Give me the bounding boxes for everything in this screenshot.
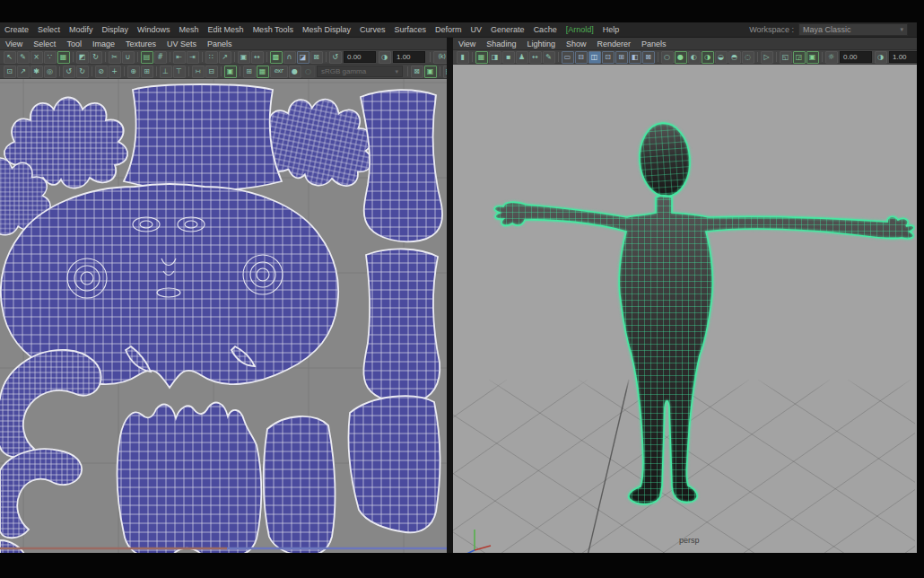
sew-uv-edge-icon[interactable]: ∪ [122, 51, 135, 64]
snap-uv-bottom-icon[interactable]: ⊥ [160, 66, 172, 78]
absolute-entry-toggle-icon[interactable]: (k) [433, 51, 448, 64]
menu-image[interactable]: Image [87, 39, 120, 48]
image-range-icon[interactable]: exr [270, 66, 288, 78]
clear-image-icon[interactable]: ⊠ [411, 66, 423, 78]
layout-single-pane-icon[interactable]: ▭ [562, 51, 574, 64]
menu-panels[interactable]: Panels [202, 39, 238, 48]
viewport-canvas[interactable]: persp [453, 65, 917, 553]
xray-display-icon[interactable]: ◱ [780, 51, 792, 64]
uv-view-transform-dropdown[interactable]: sRGB gamma▾ [317, 66, 403, 77]
menu-mesh-tools[interactable]: Mesh Tools [248, 25, 298, 34]
rotate-step-field[interactable]: 0.00 [344, 51, 376, 63]
menu-textures[interactable]: Textures [120, 39, 161, 48]
3d-cut-sew-tool-icon[interactable]: ⊠ [310, 51, 323, 64]
menu-view[interactable]: View [0, 39, 28, 48]
layout-uvs-icon[interactable]: ▤ [141, 51, 153, 64]
grab-uv-tool-icon[interactable]: ∵ [44, 51, 57, 64]
pin-uvs-icon[interactable]: ⊘ [95, 66, 108, 78]
menu-panels[interactable]: Panels [636, 39, 672, 48]
menu-create[interactable]: Create [0, 25, 33, 34]
cut-uv-edge-icon[interactable]: ✂ [109, 51, 121, 64]
zoom-to-selected-icon[interactable]: ◎ [44, 66, 57, 78]
undo-view-change-icon[interactable]: ↺ [63, 66, 75, 78]
menu-generate[interactable]: Generate [486, 25, 529, 34]
menu-view[interactable]: View [453, 39, 481, 48]
anti-aliasing-toggle-icon[interactable]: ◌ [742, 51, 754, 64]
normalize-uvs-icon[interactable]: ▩ [270, 51, 283, 64]
display-checker-map-icon[interactable]: ⊞ [243, 66, 256, 78]
rotate-uvs-icon[interactable]: ↻ [90, 51, 102, 64]
menu-edit-mesh[interactable]: Edit Mesh [204, 25, 248, 34]
menu-renderer[interactable]: Renderer [591, 39, 636, 48]
uv-distortion-toggle-icon[interactable]: ⊡ [4, 66, 16, 78]
menu-uv[interactable]: UV [466, 25, 487, 34]
snap-uv-top-icon[interactable]: ⊤ [173, 66, 186, 78]
isolate-select-icon[interactable]: ▷ [761, 51, 773, 64]
copy-uvs-icon[interactable]: ⊕ [127, 66, 140, 78]
uv-canvas[interactable] [0, 79, 447, 553]
two-d-pan-zoom-icon[interactable]: ↔ [529, 51, 542, 64]
update-psd-image-icon[interactable]: ▣ [424, 66, 437, 78]
layout-four-view-icon[interactable]: ⊞ [615, 51, 628, 64]
optimize-uvs-icon[interactable]: ◪ [297, 51, 309, 64]
rotate-step-icon-icon[interactable]: ↺ [329, 51, 342, 64]
wireframe-on-shaded-icon[interactable]: ▣ [806, 51, 819, 64]
menu-show[interactable]: Show [561, 39, 592, 48]
bookmarks-icon[interactable]: ▪ [502, 51, 515, 64]
filtered-image-toggle-icon[interactable]: ● [289, 66, 301, 78]
layout-outliner-persp-icon[interactable]: ◧ [629, 51, 641, 64]
workspace-select[interactable]: Maya Classic ▾ [798, 23, 908, 36]
menu-windows[interactable]: Windows [133, 25, 175, 34]
menu-deform[interactable]: Deform [431, 25, 466, 34]
redo-view-change-icon[interactable]: ↻ [76, 66, 89, 78]
panel-divider[interactable] [447, 38, 453, 553]
select-camera-icon[interactable]: ▮ [457, 51, 469, 64]
exposure-field[interactable]: 0.00 [840, 51, 872, 63]
menu-modify[interactable]: Modify [65, 25, 98, 34]
uv-snapshot-icon[interactable]: ▣ [224, 66, 237, 78]
flip-uvs-icon[interactable]: ◩ [76, 51, 89, 64]
menu-lighting[interactable]: Lighting [521, 39, 561, 48]
menu-shading[interactable]: Shading [481, 39, 521, 48]
use-all-lights-icon[interactable]: ◑ [702, 51, 714, 64]
menu-uv-sets[interactable]: UV Sets [161, 39, 202, 48]
menu-tool[interactable]: Tool [61, 39, 87, 48]
lattice-uv-tool-icon[interactable]: ↖ [4, 51, 16, 64]
menu-mesh[interactable]: Mesh [175, 25, 204, 34]
camera-attributes-icon[interactable]: ◨ [489, 51, 501, 64]
xray-joints-icon[interactable]: ◲ [793, 51, 806, 64]
align-uv-min-icon[interactable]: ⇤ [173, 51, 186, 64]
pixel-snap-toggle-icon[interactable]: ∺ [192, 66, 205, 78]
ambient-occlusion-toggle-icon[interactable]: ◓ [728, 51, 741, 64]
menu-curves[interactable]: Curves [355, 25, 390, 34]
snap-to-grid-icon[interactable]: # [154, 51, 167, 64]
scale-step-icon-icon[interactable]: ◑ [379, 51, 391, 64]
uv-transform-tool-icon[interactable]: ▦ [57, 51, 70, 64]
unstack-shells-icon[interactable]: ↔ [251, 51, 264, 64]
tile-outline-toggle-icon[interactable]: ⊟ [205, 66, 218, 78]
gamma-field[interactable]: 1.00 [889, 51, 917, 63]
textured-display-icon[interactable]: ◐ [688, 51, 701, 64]
layout-two-side-by-side-icon[interactable]: ◫ [588, 51, 601, 64]
scale-step-field[interactable]: 1.00 [393, 51, 425, 63]
layout-two-stacked-icon[interactable]: ⊟ [575, 51, 588, 64]
orient-shells-icon[interactable]: ↗ [219, 51, 231, 64]
texture-borders-toggle-icon[interactable]: ↗ [17, 66, 30, 78]
shadows-toggle-icon[interactable]: ◒ [715, 51, 728, 64]
shade-uvs-toggle-icon[interactable]: ✱ [31, 66, 43, 78]
menu-display[interactable]: Display [98, 25, 134, 34]
character-mesh[interactable] [494, 121, 914, 504]
paste-uvs-icon[interactable]: ⊞ [141, 66, 153, 78]
menu-mesh-display[interactable]: Mesh Display [298, 25, 355, 34]
stack-shells-icon[interactable]: ▣ [238, 51, 250, 64]
gamma-icon-icon[interactable]: ◑ [875, 51, 887, 64]
menu-surfaces[interactable]: Surfaces [390, 25, 431, 34]
layout-three-split-icon[interactable]: ⊡ [602, 51, 615, 64]
lock-camera-icon[interactable]: ▦ [475, 51, 488, 64]
menu-select[interactable]: Select [33, 25, 65, 34]
menu-cache[interactable]: Cache [529, 25, 562, 34]
image-plane-icon[interactable]: ♟ [516, 51, 528, 64]
checker-density-icon[interactable]: ▦ [257, 66, 269, 78]
move-uv-shell-tool-icon[interactable]: ✎ [17, 51, 30, 64]
wireframe-display-icon[interactable]: ○ [661, 51, 674, 64]
